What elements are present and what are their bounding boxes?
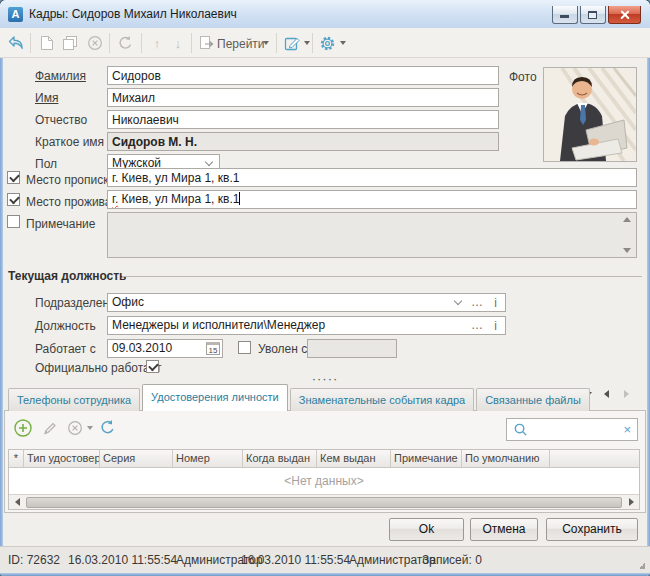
minimize-button[interactable] [552,6,578,24]
section-title: Текущая должность [8,269,127,283]
app-icon: A [8,7,23,22]
tab-strip: Телефоны сотрудника Удостоверения личнос… [8,384,590,411]
gear-icon [319,35,336,52]
more-button[interactable]: … [471,317,483,334]
dismissed-checkbox[interactable] [238,341,251,354]
job-value: Менеджеры и исполнители\Менеджер [112,318,325,332]
column-header-issue-date[interactable]: Когда выдан [243,450,317,467]
ok-button[interactable]: Ok [389,518,464,541]
info-button[interactable]: i [494,295,497,312]
delete-row-button[interactable] [67,420,83,436]
pencil-icon [41,420,58,437]
add-row-button[interactable] [13,418,33,438]
note-textarea[interactable] [107,212,637,258]
tab-linked-files[interactable]: Связанные файлы [476,388,590,411]
job-label: Должность [35,319,96,333]
job-combo[interactable]: Менеджеры и исполнители\Менеджер … i [107,316,506,335]
surname-input[interactable] [107,66,499,85]
dismissed-label: Уволен с [258,342,307,356]
new-record-button[interactable] [38,34,56,52]
employee-photo[interactable] [543,67,637,162]
tab-identity-documents[interactable]: Удостоверения личности [142,384,288,411]
save-button[interactable]: Сохранить [546,518,638,541]
clear-search-icon[interactable]: × [617,422,637,437]
column-header-default-marker[interactable]: * [9,450,24,467]
tab-scroll-left-icon[interactable] [604,390,609,398]
undo-button[interactable] [7,34,25,52]
employee-photo-image [544,68,636,161]
minimize-icon [560,15,569,18]
delete-icon [67,420,83,436]
info-button[interactable]: i [494,318,497,335]
scroll-right-button[interactable] [623,495,639,509]
works-since-label: Работает с [35,342,96,356]
updated-timestamp: 16.03.2010 11:55:54 [241,547,350,573]
copy-record-button[interactable] [61,34,79,52]
edit-mode-button[interactable] [283,34,301,52]
close-button[interactable] [608,6,641,24]
column-header-doc-type[interactable]: Тип удостоверения [24,450,100,467]
scroll-left-icon [15,498,20,506]
column-header-number[interactable]: Номер [173,450,243,467]
scrollbar-thumb[interactable] [26,497,622,508]
delete-record-button[interactable] [86,34,104,52]
scroll-up-icon[interactable] [623,217,631,222]
search-icon [513,422,528,437]
move-up-button[interactable]: ↑ [148,34,166,52]
hr-card-window: A Кадры: Сидоров Михаил Николаевич ↑ ↓ П… [0,0,650,576]
horizontal-scrollbar[interactable] [9,494,639,509]
settings-dropdown-icon[interactable] [340,41,346,45]
delete-dropdown-icon[interactable] [87,426,93,430]
move-down-button[interactable]: ↓ [169,34,187,52]
firstname-label: Имя [35,91,58,105]
grid-search[interactable]: × [506,418,638,441]
shortname-label: Краткое имя [35,135,104,149]
maximize-button[interactable] [580,6,606,24]
dismissed-date [307,339,397,358]
down-arrow-icon: ↓ [175,36,182,51]
firstname-input[interactable] [107,88,499,107]
cancel-button[interactable]: Отмена [470,518,538,541]
residence-input[interactable]: г. Киев, ул Мира 1, кв.1 [107,190,637,209]
edit-row-button[interactable] [41,420,58,437]
scroll-right-icon [629,498,634,506]
record-id: ID: 72632 [8,547,60,573]
created-timestamp: 16.03.2010 11:55:54 [68,547,177,573]
residence-checkbox[interactable] [7,193,20,206]
grid-empty-message: <Нет данных> [9,468,639,494]
gender-label: Пол [35,157,57,171]
column-header-note[interactable]: Примечание [391,450,462,467]
column-header-filler [550,450,639,467]
registration-checkbox[interactable] [7,171,20,184]
refresh-button[interactable] [116,34,134,52]
title-bar[interactable]: A Кадры: Сидоров Михаил Николаевич [0,0,650,28]
more-button[interactable]: … [471,294,483,311]
column-header-is-default[interactable]: По умолчанию [462,450,550,467]
tab-scroll-right-icon[interactable] [624,390,629,398]
column-header-issued-by[interactable]: Кем выдан [317,450,391,467]
tab-phones[interactable]: Телефоны сотрудника [8,388,140,411]
refresh-grid-button[interactable] [99,419,116,436]
registration-input[interactable] [107,168,637,187]
settings-button[interactable] [318,34,336,52]
resize-grip[interactable] [639,563,645,569]
copy-icon [62,35,78,51]
chevron-down-icon[interactable] [205,158,213,166]
goto-label[interactable]: Перейти [217,37,265,51]
scroll-down-icon[interactable] [623,248,631,253]
edit-dropdown-icon[interactable] [304,41,310,45]
search-input[interactable] [532,422,617,438]
goto-icon [199,35,215,51]
tab-notable-events[interactable]: Знаменательные события кадра [290,388,474,411]
calendar-icon[interactable]: 15 [206,342,220,355]
chevron-down-icon[interactable] [454,297,462,305]
scroll-left-button[interactable] [9,495,25,509]
text-cursor [239,192,240,205]
column-header-series[interactable]: Серия [100,450,173,467]
department-combo[interactable]: Офис … i [107,293,506,312]
patronymic-input[interactable] [107,110,499,129]
works-since-date[interactable]: 09.03.2010 15 [107,339,223,358]
note-checkbox[interactable] [7,215,20,228]
goto-button[interactable] [198,34,216,52]
goto-dropdown-icon[interactable] [263,41,269,45]
